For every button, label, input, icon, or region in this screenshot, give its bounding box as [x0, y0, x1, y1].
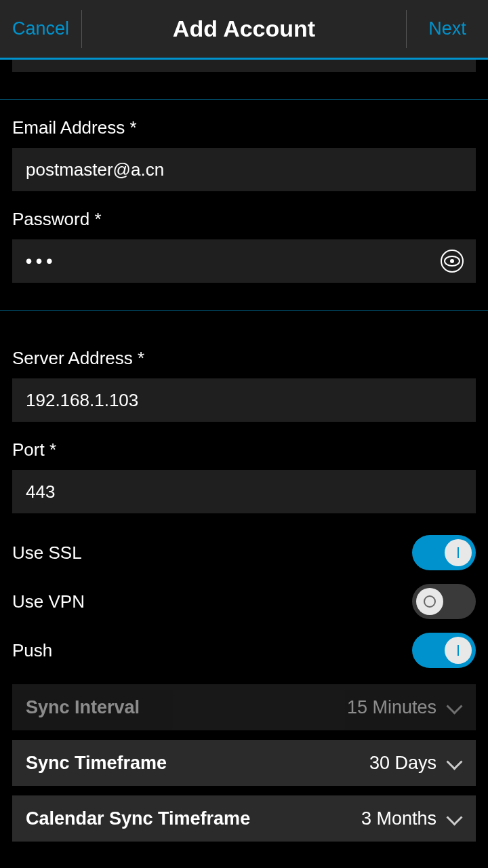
sync-timeframe-value: 30 Days	[369, 753, 436, 774]
chevron-down-icon	[446, 810, 462, 827]
sync-timeframe-label: Sync Timeframe	[26, 753, 167, 774]
calendar-sync-label: Calendar Sync Timeframe	[26, 808, 250, 829]
sync-interval-value: 15 Minutes	[347, 697, 436, 718]
vpn-toggle[interactable]	[412, 584, 476, 619]
push-toggle[interactable]	[412, 633, 476, 668]
sync-interval-select: Sync Interval 15 Minutes	[12, 684, 476, 730]
header: Cancel Add Account Next	[0, 0, 488, 60]
port-field[interactable]	[12, 470, 476, 513]
page-title: Add Account	[82, 16, 406, 42]
section-divider	[0, 310, 488, 311]
password-masked-value: •••	[26, 251, 56, 272]
push-label: Push	[12, 640, 52, 661]
server-label: Server Address *	[12, 348, 476, 369]
port-label: Port *	[12, 439, 476, 460]
show-password-icon[interactable]	[441, 250, 464, 273]
password-label: Password *	[12, 209, 476, 230]
section-divider	[0, 99, 488, 100]
calendar-sync-select[interactable]: Calendar Sync Timeframe 3 Months	[12, 795, 476, 842]
next-button[interactable]: Next	[407, 18, 488, 39]
calendar-sync-value: 3 Months	[361, 808, 436, 829]
cancel-button[interactable]: Cancel	[0, 18, 81, 39]
sync-interval-label: Sync Interval	[26, 697, 140, 718]
email-label: Email Address *	[12, 117, 476, 138]
chevron-down-icon	[446, 699, 462, 715]
ssl-row: Use SSL	[12, 528, 476, 577]
ssl-label: Use SSL	[12, 542, 82, 564]
password-field[interactable]: •••	[12, 239, 476, 283]
server-section: Server Address * Port * Use SSL Use VPN …	[0, 311, 488, 842]
credentials-section: Email Address * Password * •••	[0, 117, 488, 283]
push-row: Push	[12, 626, 476, 675]
sync-timeframe-select[interactable]: Sync Timeframe 30 Days	[12, 740, 476, 786]
truncated-field[interactable]	[12, 60, 476, 72]
vpn-row: Use VPN	[12, 577, 476, 626]
ssl-toggle[interactable]	[412, 535, 476, 570]
vpn-label: Use VPN	[12, 591, 85, 612]
chevron-down-icon	[446, 755, 462, 771]
server-field[interactable]	[12, 378, 476, 422]
email-field[interactable]	[12, 148, 476, 191]
